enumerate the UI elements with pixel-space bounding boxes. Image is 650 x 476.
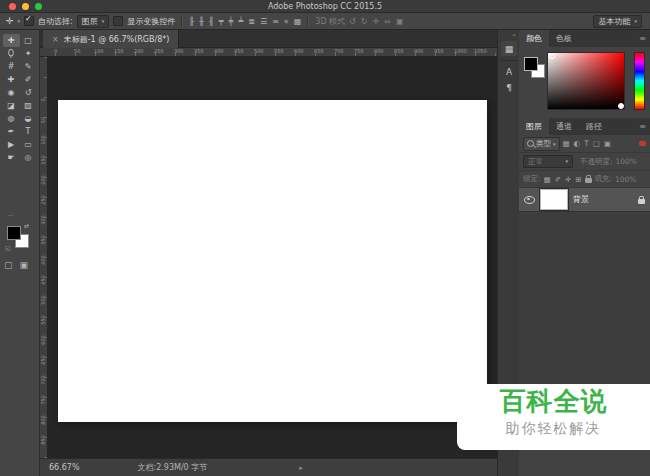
distribute-top-edges-icon[interactable]: ≣ — [248, 17, 255, 26]
document-tab[interactable]: × 未标题-1 @ 66.7%(RGB/8*) — [43, 30, 179, 48]
filter-type-layers-icon[interactable]: T — [584, 139, 589, 148]
blur-tool[interactable]: ◍ — [3, 112, 20, 125]
move-tool[interactable]: ✛ — [3, 34, 20, 47]
expand-panels-icon[interactable]: « — [512, 31, 516, 38]
auto-align-layers-icon[interactable]: ▦ — [294, 17, 302, 26]
filter-adjustment-layers-icon[interactable]: ◐ — [574, 139, 581, 148]
show-transform-checkbox[interactable] — [113, 16, 123, 26]
default-colors-icon[interactable]: ◱ — [5, 244, 11, 251]
layer-thumbnail[interactable] — [540, 189, 568, 210]
panel-menu-icon[interactable]: ≡ — [639, 30, 646, 47]
filter-pixel-layers-icon[interactable]: ▦ — [563, 139, 570, 148]
filter-shape-layers-icon[interactable]: □ — [593, 139, 600, 148]
screen-mode-icon[interactable]: ▣ — [20, 260, 29, 270]
layer-filter-search[interactable]: 类型 ▾ — [523, 137, 560, 151]
align-vertical-centers-icon[interactable]: ╪ — [229, 17, 234, 26]
color-panel-tabs: 颜色 色板 ≡ — [519, 30, 650, 47]
move-tool-icon: ✛ — [6, 16, 14, 26]
auto-select-mode-dropdown[interactable]: 图层 ▾ — [77, 15, 110, 28]
zoom-level-field[interactable]: 66.67% — [49, 463, 80, 472]
brush-tool[interactable]: ✐ — [20, 73, 37, 86]
close-tab-icon[interactable]: × — [52, 35, 59, 44]
lock-all-icon[interactable] — [585, 178, 592, 183]
3d-roll-icon[interactable]: ↻ — [361, 17, 368, 26]
layer-name[interactable]: 背景 — [573, 194, 589, 205]
gradient-tool[interactable]: ▨ — [20, 99, 37, 112]
collapsed-panel-character-icon[interactable]: A — [501, 64, 517, 79]
path-selection-tool[interactable]: ▶ — [3, 138, 20, 151]
opacity-value[interactable]: 100% — [616, 157, 637, 166]
tab-color[interactable]: 颜色 — [519, 30, 549, 47]
document-canvas[interactable] — [58, 100, 487, 422]
chevron-down-icon[interactable]: ▾ — [18, 18, 21, 24]
collapsed-panel-adjustments-icon[interactable]: ▦ — [501, 41, 517, 56]
ruler-label: 600 — [40, 334, 46, 346]
filter-toggle-icon[interactable] — [639, 141, 646, 146]
panel-menu-icon[interactable]: ≡ — [639, 118, 646, 135]
lasso-tool[interactable]: Ϙ — [3, 47, 20, 60]
dodge-tool[interactable]: ◒ — [20, 112, 37, 125]
align-horizontal-centers-icon[interactable]: ╫ — [199, 17, 204, 26]
distribute-vertical-centers-icon[interactable]: ☰ — [260, 17, 267, 26]
status-options-chevron-icon[interactable]: ▸ — [299, 464, 303, 472]
collapsed-panel-paragraph-icon[interactable]: ¶ — [501, 80, 517, 95]
quick-selection-tool[interactable]: ✦ — [20, 47, 37, 60]
pen-tool[interactable]: ✒ — [3, 125, 20, 138]
clone-stamp-tool[interactable]: ◉ — [3, 86, 20, 99]
title-bar[interactable]: Adobe Photoshop CC 2015.5 — [0, 0, 650, 13]
quick-mask-mode-icon[interactable]: ▢ — [4, 260, 13, 270]
ruler-label: 300 — [40, 214, 46, 226]
chevron-down-icon: ▾ — [553, 141, 556, 147]
3d-rotate-icon[interactable]: ↺ — [349, 17, 356, 26]
tab-swatches[interactable]: 色板 — [549, 30, 579, 47]
hue-slider[interactable] — [634, 52, 645, 110]
align-bottom-edges-icon[interactable]: ╧ — [238, 17, 243, 26]
canvas-viewport[interactable]: 0501001502002503003504004505005506006507… — [40, 57, 497, 458]
swap-colors-icon[interactable]: ⇄ — [24, 222, 29, 229]
zoom-tool[interactable]: ◎ — [20, 151, 37, 164]
ruler-label: 550 — [274, 48, 284, 54]
eraser-tool[interactable]: ◪ — [3, 99, 20, 112]
history-brush-tool[interactable]: ↺ — [20, 86, 37, 99]
align-left-edges-icon[interactable]: ╟ — [189, 17, 194, 26]
color-picker-marker[interactable] — [549, 53, 555, 59]
distribute-spacing-icon[interactable]: « — [284, 17, 289, 26]
lock-transparent-pixels-icon[interactable]: ▦ — [544, 175, 551, 184]
lock-artboard-icon[interactable]: ⊞ — [575, 175, 581, 184]
tools-panel: ✛□Ϙ✦#✎✚✐◉↺◪▨◍◒✒T▶▭☛◎ … ⇄ ◱ ▢ ▣ — [0, 30, 40, 476]
tab-layers[interactable]: 图层 — [519, 118, 549, 135]
filter-smart-objects-icon[interactable]: ▣ — [604, 139, 611, 148]
tab-paths[interactable]: 路径 — [579, 118, 609, 135]
shape-tool[interactable]: ▭ — [20, 138, 37, 151]
blend-mode-dropdown[interactable]: 正常 ▾ — [523, 155, 573, 168]
saturation-brightness-field[interactable] — [547, 52, 625, 110]
layer-visibility-eye-icon[interactable] — [524, 196, 535, 204]
auto-select-checkbox[interactable]: ✓ — [24, 16, 34, 26]
type-tool[interactable]: T — [20, 125, 37, 138]
align-top-edges-icon[interactable]: ╤ — [219, 17, 224, 26]
crop-tool[interactable]: # — [3, 60, 20, 73]
distribute-bottom-edges-icon[interactable]: ≡ — [272, 17, 279, 26]
healing-brush-tool[interactable]: ✚ — [3, 73, 20, 86]
lock-image-pixels-icon[interactable]: ✐ — [555, 175, 561, 184]
hand-tool[interactable]: ☛ — [3, 151, 20, 164]
3d-drag-icon[interactable]: ✛ — [373, 17, 380, 26]
lock-position-icon[interactable]: ✛ — [565, 175, 571, 184]
foreground-color-swatch[interactable] — [524, 57, 538, 71]
ruler-label: 150 — [40, 154, 46, 166]
3d-scale-icon[interactable]: ▣ — [396, 17, 404, 26]
tab-channels[interactable]: 通道 — [549, 118, 579, 135]
watermark-title: 百科全说 — [457, 384, 650, 418]
vertical-ruler[interactable]: 0501001502002503003504004505005506006507… — [40, 57, 48, 458]
workspace-dropdown[interactable]: 基本功能 ▾ — [593, 15, 642, 28]
fill-value[interactable]: 100% — [615, 175, 636, 184]
eyedropper-tool[interactable]: ✎ — [20, 60, 37, 73]
horizontal-ruler[interactable]: 0501001502002503003504004505005506006507… — [40, 48, 497, 57]
foreground-color-swatch[interactable] — [7, 226, 21, 240]
align-right-edges-icon[interactable]: ╢ — [209, 17, 214, 26]
current-color-marker[interactable] — [618, 103, 624, 109]
marquee-tool[interactable]: □ — [20, 34, 37, 47]
3d-slide-icon[interactable]: ⇔ — [384, 17, 391, 26]
edit-toolbar-ellipsis[interactable]: … — [7, 210, 15, 218]
layer-row-background[interactable]: 背景 — [519, 188, 650, 212]
